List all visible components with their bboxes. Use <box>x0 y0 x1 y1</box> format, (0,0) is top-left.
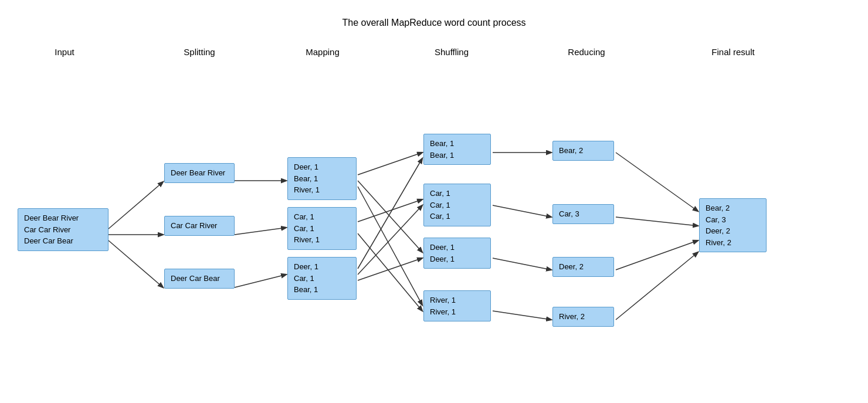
svg-line-13 <box>358 258 422 280</box>
label-reducing: Reducing <box>545 47 628 57</box>
box-shuf3: Deer, 1Deer, 1 <box>423 238 491 269</box>
box-shuf1: Bear, 1Bear, 1 <box>423 134 491 165</box>
svg-line-17 <box>493 311 551 320</box>
label-shuffling: Shuffling <box>411 47 493 57</box>
box-input: Deer Bear RiverCar Car RiverDeer Car Bea… <box>18 208 108 251</box>
box-shuf2: Car, 1Car, 1Car, 1 <box>423 184 491 226</box>
label-final: Final result <box>692 47 774 57</box>
diagram-title: The overall MapReduce word count process <box>342 18 525 28</box>
svg-line-12 <box>358 205 422 275</box>
box-final: Bear, 2Car, 3Deer, 2River, 2 <box>699 198 767 252</box>
box-red3: Deer, 2 <box>552 257 614 277</box>
svg-line-19 <box>616 217 698 226</box>
box-split1: Deer Bear River <box>164 163 235 183</box>
box-map3: Deer, 1Car, 1Bear, 1 <box>287 257 357 300</box>
svg-line-0 <box>108 182 163 229</box>
svg-line-11 <box>358 158 422 269</box>
label-mapping: Mapping <box>282 47 364 57</box>
box-map1: Deer, 1Bear, 1River, 1 <box>287 157 357 200</box>
svg-line-8 <box>358 187 422 305</box>
svg-line-16 <box>493 258 551 270</box>
label-input: Input <box>29 47 100 57</box>
box-map2: Car, 1Car, 1River, 1 <box>287 207 357 250</box>
svg-line-20 <box>616 241 698 270</box>
box-red1: Bear, 2 <box>552 141 614 161</box>
label-splitting: Splitting <box>158 47 240 57</box>
box-red4: River, 2 <box>552 307 614 327</box>
svg-line-7 <box>358 181 422 252</box>
svg-line-5 <box>235 275 286 287</box>
box-split2: Car Car River <box>164 216 235 236</box>
svg-line-6 <box>358 153 422 175</box>
svg-line-15 <box>493 205 551 217</box>
box-red2: Car, 3 <box>552 204 614 224</box>
svg-line-10 <box>358 233 422 311</box>
diagram-container: The overall MapReduce word count process… <box>0 0 868 403</box>
svg-line-18 <box>616 153 698 211</box>
svg-line-2 <box>108 241 163 287</box>
svg-line-9 <box>358 199 422 222</box>
box-shuf4: River, 1River, 1 <box>423 290 491 321</box>
svg-line-21 <box>616 252 698 320</box>
svg-line-4 <box>235 228 286 235</box>
box-split3: Deer Car Bear <box>164 269 235 289</box>
